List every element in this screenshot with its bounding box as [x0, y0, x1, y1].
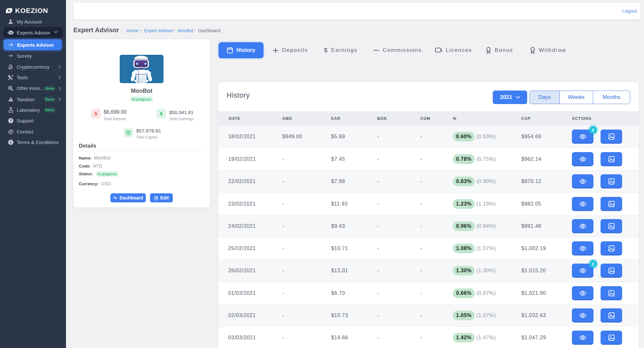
svg-text:$: $ — [9, 86, 11, 89]
svg-text:$: $ — [95, 111, 98, 116]
svg-text:$: $ — [324, 47, 328, 53]
svg-text:$: $ — [160, 111, 163, 116]
svg-text:?: ? — [10, 119, 12, 122]
svg-text:@: @ — [8, 129, 13, 134]
